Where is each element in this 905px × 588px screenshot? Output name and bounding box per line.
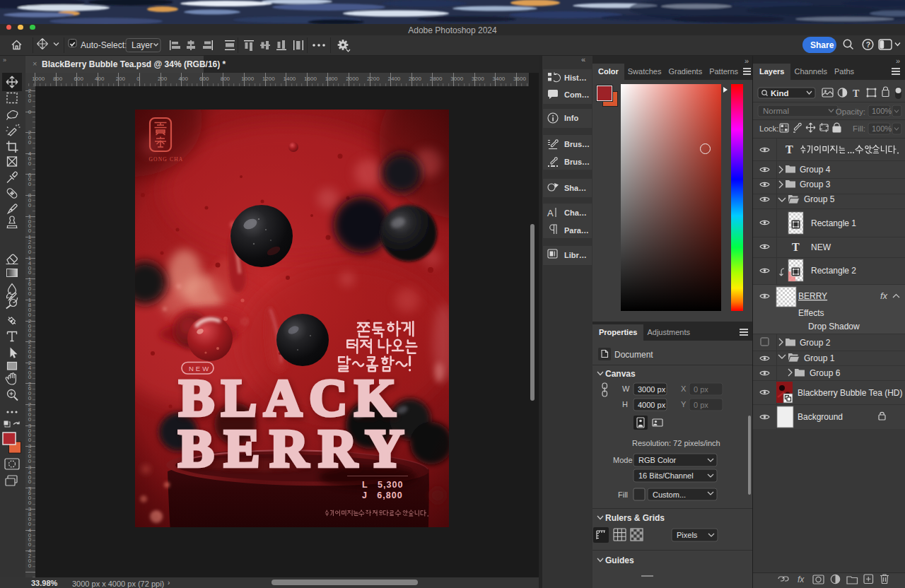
svg-text:16 Bits/Channel: 16 Bits/Channel [638, 471, 694, 480]
svg-text:BERRY: BERRY [798, 291, 827, 301]
svg-text:W: W [622, 384, 630, 393]
svg-text:Com…: Com… [564, 90, 589, 99]
svg-text:Fill: Fill [618, 490, 628, 499]
svg-text:Document: Document [614, 350, 653, 360]
svg-text:GONG CHA: GONG CHA [149, 156, 184, 163]
svg-text:Blackberry Bubble Tea (HD): Blackberry Bubble Tea (HD) [798, 388, 903, 398]
svg-text:Auto-Select:: Auto-Select: [81, 40, 127, 50]
svg-text:Info: Info [564, 114, 578, 122]
svg-text:T: T [792, 241, 800, 253]
svg-text:Rectangle 1: Rectangle 1 [811, 218, 856, 228]
svg-text:T: T [853, 88, 860, 99]
svg-text:T: T [786, 143, 793, 155]
svg-text:100%: 100% [872, 124, 892, 133]
svg-text:4000 px: 4000 px [638, 401, 666, 409]
svg-text:Normal: Normal [763, 107, 789, 115]
svg-text:A: A [547, 208, 554, 218]
svg-text:Brus…: Brus… [564, 140, 590, 148]
svg-text:Canvas: Canvas [605, 369, 636, 379]
svg-text:Rulers & Grids: Rulers & Grids [605, 513, 665, 523]
svg-text:Background: Background [798, 412, 843, 422]
svg-text:Group 1: Group 1 [804, 353, 835, 363]
svg-text:Resolution: 72 pixels/inch: Resolution: 72 pixels/inch [632, 439, 720, 447]
svg-text:Libr…: Libr… [564, 251, 587, 259]
svg-text:Effects: Effects [798, 308, 824, 318]
svg-text:Opacity:: Opacity: [836, 107, 865, 116]
svg-text:Group 6: Group 6 [810, 368, 841, 378]
svg-text:RGB Color: RGB Color [638, 456, 677, 464]
svg-text:Fill:: Fill: [853, 124, 865, 133]
svg-text:Lock:: Lock: [759, 124, 779, 133]
svg-text:Custom...: Custom... [653, 490, 686, 499]
svg-text:fx: fx [798, 575, 805, 584]
svg-text:Guides: Guides [605, 555, 634, 565]
svg-text:Group 3: Group 3 [800, 180, 831, 189]
svg-text:BERRY: BERRY [178, 418, 414, 478]
svg-text:Y: Y [681, 400, 687, 408]
svg-text:X: X [681, 384, 687, 393]
svg-text:Group 2: Group 2 [800, 338, 831, 348]
svg-text:Hist…: Hist… [564, 74, 587, 82]
svg-text:Kind: Kind [771, 89, 789, 98]
svg-text:Sha…: Sha… [564, 184, 586, 192]
svg-text:Cha…: Cha… [564, 208, 587, 217]
svg-text:H: H [622, 400, 628, 408]
svg-text:fx: fx [880, 290, 888, 301]
svg-text:Brus…: Brus… [564, 158, 590, 166]
svg-text:Layer: Layer [132, 40, 153, 50]
svg-text:3000 px: 3000 px [638, 385, 666, 394]
svg-text:«: « [581, 56, 585, 64]
svg-text:Rectangle 2: Rectangle 2 [811, 266, 856, 276]
svg-text:Drop Shadow: Drop Shadow [808, 322, 860, 331]
svg-text:Group 5: Group 5 [804, 194, 835, 204]
svg-text:Para…: Para… [564, 226, 589, 235]
svg-text:Share: Share [810, 40, 834, 50]
svg-text:Pixels: Pixels [677, 531, 698, 539]
svg-text:J 6,800: J 6,800 [362, 490, 403, 500]
svg-text:100%: 100% [872, 107, 892, 115]
svg-text:NEW: NEW [811, 242, 831, 252]
svg-text:?: ? [866, 40, 870, 49]
svg-text:Mode: Mode [613, 456, 633, 464]
svg-text:Group 4: Group 4 [800, 165, 831, 175]
svg-text:0 px: 0 px [694, 385, 708, 394]
svg-text:L 5,300: L 5,300 [362, 480, 403, 490]
svg-text:0 px: 0 px [694, 401, 708, 409]
